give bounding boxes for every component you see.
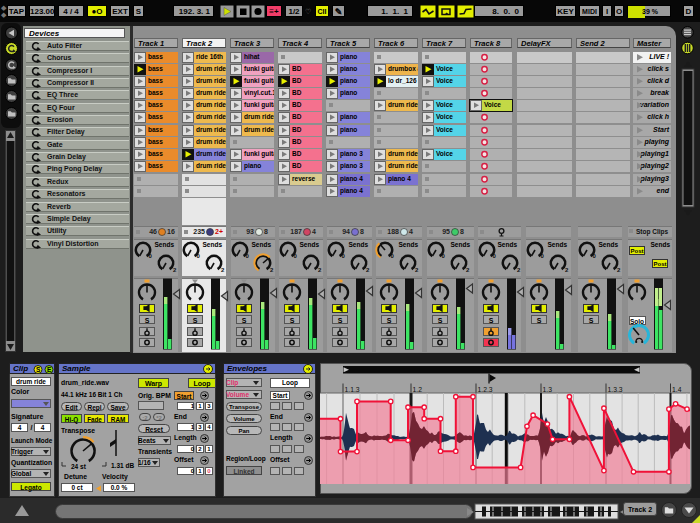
svg-text:1.4: 1.4 xyxy=(672,386,682,393)
svg-text:1.1.3: 1.1.3 xyxy=(345,386,360,393)
svg-text:1.2.3: 1.2.3 xyxy=(478,386,493,393)
svg-text:1.3.3: 1.3.3 xyxy=(608,386,623,393)
svg-text:1.2: 1.2 xyxy=(413,386,423,393)
svg-text:1.3: 1.3 xyxy=(543,386,553,393)
